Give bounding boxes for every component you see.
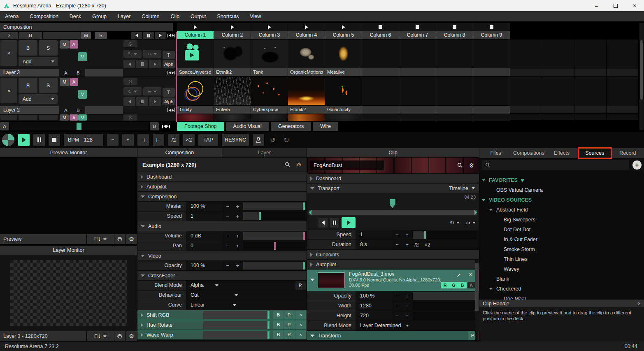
tree-item-label[interactable]: Blank [496, 276, 509, 282]
clip-name[interactable] [399, 68, 436, 76]
clip-name[interactable] [436, 106, 473, 114]
section-audio[interactable]: Audio [137, 221, 307, 231]
clip-thumbnail[interactable] [399, 77, 436, 105]
layer3-fader-strip[interactable] [85, 69, 123, 77]
clip-cell[interactable]: Trinity [177, 77, 214, 114]
bpm-display[interactable]: BPM128 [64, 134, 103, 146]
in-point-marker[interactable] [309, 210, 312, 215]
composition-prev-button[interactable] [131, 32, 142, 39]
tree-item[interactable]: OBS Virtual Camera ♥ [479, 185, 644, 195]
effect-name[interactable]: Hue Rotate [143, 322, 201, 328]
decrement-button[interactable]: − [392, 242, 402, 248]
layer2-back-button[interactable] [123, 97, 135, 106]
decrement-button[interactable]: − [223, 243, 232, 249]
resync-button[interactable]: RESYNC [222, 134, 249, 146]
decrement-button[interactable]: − [223, 213, 232, 219]
slider-handle[interactable] [259, 212, 261, 220]
bpm-half-button[interactable]: /2 [168, 134, 179, 146]
clip-cell-cropped[interactable] [473, 114, 510, 121]
tree-item-label[interactable]: Big Sweepers [504, 217, 535, 223]
clip-blend-mode-dropdown[interactable]: Layer Determined [356, 321, 426, 330]
section-crossfader[interactable]: CrossFader [137, 271, 307, 280]
empty-clip-cell[interactable] [542, 114, 574, 120]
timeline-playhead[interactable] [390, 199, 395, 208]
empty-clip-cell[interactable] [542, 77, 574, 113]
deck-scrollbar[interactable] [639, 23, 644, 130]
pan-slider[interactable] [243, 242, 305, 250]
layer2-blend-dropdown[interactable]: Add [19, 94, 58, 104]
tree-item-label[interactable]: OBS Virtual Camera [496, 187, 543, 193]
layer2-mute-toggle[interactable]: M [60, 78, 69, 86]
slider-handle[interactable] [424, 231, 426, 239]
layer2-skip-buttons[interactable] [167, 108, 175, 112]
layer3-audio-toggle[interactable]: A [70, 40, 78, 49]
tab-composition[interactable]: Composition [137, 148, 222, 157]
slider-handle[interactable] [303, 202, 305, 210]
slider-handle[interactable] [274, 242, 276, 250]
column-label[interactable]: Column 1 [177, 31, 214, 39]
decrement-button[interactable]: − [392, 232, 402, 238]
clip-pause-button[interactable] [330, 218, 339, 228]
deck-tab[interactable]: Generators [271, 122, 312, 131]
play-button[interactable] [18, 134, 30, 146]
composition-pause-button[interactable] [143, 32, 154, 39]
clip-name[interactable]: SpaceUniverse [177, 68, 214, 76]
preview-monitor-header[interactable]: Preview Monitor [0, 148, 137, 157]
clip-name[interactable]: Ethnik2 [214, 68, 251, 76]
clip-cell-cropped[interactable] [399, 114, 436, 121]
empty-clip-cell[interactable] [574, 114, 606, 120]
clip-speed-slider[interactable] [413, 231, 477, 239]
layer1-video-toggle[interactable]: V [78, 114, 87, 121]
increment-button[interactable]: + [232, 243, 242, 249]
add-source-button[interactable]: + [632, 160, 642, 170]
increment-button[interactable]: + [232, 203, 242, 209]
search-box[interactable] [482, 160, 629, 170]
layer3-solo-button[interactable]: S [39, 40, 58, 56]
speed-slider[interactable] [243, 212, 305, 220]
layer-fit-dropdown[interactable]: Fit [87, 331, 114, 341]
bpm-double-button[interactable]: ×2 [183, 134, 195, 146]
column-header[interactable]: Column 8 [436, 23, 473, 39]
menu-item[interactable]: Shortcuts [217, 14, 239, 19]
clip-cell[interactable]: Galactucity [325, 77, 362, 114]
gear-icon[interactable]: ⚙ [296, 161, 302, 168]
crossfader-a-button[interactable]: A [0, 122, 9, 130]
crossfader-skip-buttons[interactable] [162, 125, 170, 128]
decrement-button[interactable]: − [392, 293, 402, 299]
column-trigger-button[interactable] [288, 23, 325, 31]
tab-layer[interactable]: Layer [222, 148, 307, 157]
layer2-transition-button[interactable]: T [163, 88, 175, 97]
tree-item-label[interactable]: Abstract Field [496, 207, 528, 213]
slider-handle[interactable] [303, 232, 305, 240]
tree-item[interactable]: Wavey ♥ [479, 264, 644, 274]
column-trigger-button[interactable] [177, 23, 214, 31]
column-label[interactable]: Column 8 [436, 31, 473, 39]
empty-clip-cell[interactable] [510, 77, 542, 113]
tree-item[interactable]: Smoke Storm ♥ [479, 244, 644, 254]
crossfader-handle[interactable] [77, 123, 81, 130]
empty-clip-cell[interactable] [607, 40, 638, 76]
column-header[interactable]: Column 4 [288, 23, 325, 39]
layer2-solo-dim-button[interactable]: S [123, 78, 137, 85]
tree-item[interactable]: Thin Lines ♥ [479, 254, 644, 264]
browser-tab[interactable]: Record [611, 148, 644, 158]
tree-item-label[interactable]: In & Out Fader [504, 237, 537, 242]
green-channel-toggle[interactable]: G [449, 282, 458, 288]
composition-mute-button[interactable]: M [81, 32, 91, 39]
clip-cell-cropped[interactable] [325, 114, 362, 121]
param-value[interactable]: 1 [186, 212, 223, 221]
clip-name[interactable]: Tank [251, 68, 288, 76]
effect-remove-button[interactable]: × [295, 330, 306, 339]
empty-clip-cell[interactable] [542, 40, 574, 76]
clip-cell[interactable] [473, 77, 510, 114]
layer3-pause-button[interactable] [136, 60, 148, 68]
layer1-audio-toggle[interactable]: A [70, 114, 78, 121]
column-label[interactable]: Column 6 [362, 31, 399, 39]
effect-bypass-button[interactable]: B [273, 321, 284, 329]
layer2-b-label[interactable]: B [72, 108, 84, 113]
menu-item[interactable]: Arena [5, 14, 19, 19]
clip-thumbnail[interactable] [288, 40, 325, 68]
clip-cell[interactable] [399, 40, 436, 76]
clip-cell[interactable] [436, 40, 473, 76]
master-slider[interactable] [243, 202, 305, 210]
